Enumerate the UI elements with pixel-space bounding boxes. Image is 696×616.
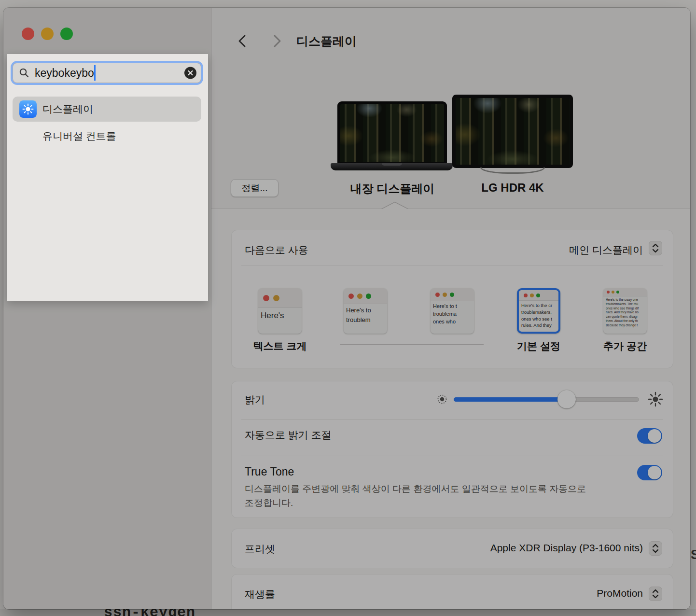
search-input[interactable]: keybokeybo [13,63,201,83]
refresh-rate-popup-button[interactable] [649,587,662,601]
brightness-high-icon [648,392,663,407]
scaling-label-larger-text: 텍스트 크게 [232,339,328,353]
search-field-focus-ring: keybokeybo [11,61,203,85]
preset-value: Apple XDR Display (P3-1600 nits) [490,542,643,554]
search-results-panel: keybokeybo 디스플레이 유니버설 컨트롤 [7,54,208,301]
text-cursor [94,65,96,81]
scaling-label-more-space: 추가 공간 [577,339,673,353]
scaling-option-3[interactable]: Here's to t troublema ones who [431,288,474,334]
search-icon [18,67,30,79]
separator [241,456,663,456]
toggle-knob [648,466,661,479]
search-result-universal-control[interactable]: 유니버설 컨트롤 [42,129,116,143]
display-settings-icon [19,100,37,118]
back-button[interactable] [237,34,248,48]
mini-window-text: Here's to t troublema ones who [431,301,474,327]
popover-notch [381,201,408,209]
mini-window-text: Here's to the cr troublemakers. ones who… [519,301,558,330]
mini-traffic-red [607,291,610,294]
true-tone-toggle[interactable] [637,465,662,480]
updown-chevrons-icon [651,588,660,599]
toggle-knob [648,429,661,443]
brightness-slider[interactable] [454,397,639,402]
arrange-button[interactable]: 정렬... [231,179,278,197]
brightness-label: 밝기 [245,393,265,406]
updown-chevrons-icon [651,243,660,253]
mini-traffic-yellow [357,294,362,299]
scaling-option-default[interactable]: Here's to the cr troublemakers. ones who… [517,288,560,334]
brightness-slider-knob[interactable] [557,390,576,408]
brightness-card: 밝기 자동으로 밝기 조절 True Tone 디스플레이를 주변광에 맞 [232,381,673,518]
forward-button[interactable] [272,34,282,48]
mini-window-text: Here's to troublem [344,304,387,326]
laptop-notch [386,101,399,104]
wallpaper-forest [340,104,444,162]
use-as-popup-button[interactable] [649,241,662,255]
mini-traffic-green [366,294,371,299]
mini-traffic-yellow [273,295,279,301]
mini-traffic-red [524,294,528,297]
zoom-window-button[interactable] [60,28,73,40]
mini-traffic-green [536,294,540,297]
scaling-track-line [340,344,484,345]
refresh-rate-value: ProMotion [597,588,643,599]
preset-popup-button[interactable] [649,541,662,556]
arrange-button-label: 정렬... [242,182,268,195]
mini-window-text: Here's to the crazy one troublemakers. T… [603,296,647,329]
external-display-label: LG HDR 4K [440,181,585,195]
scaling-option-larger-text[interactable]: Here's [258,288,302,334]
wallpaper-forest [456,98,570,165]
true-tone-label: True Tone [245,465,294,478]
mini-traffic-red [263,295,269,301]
auto-brightness-toggle[interactable] [637,428,662,444]
true-tone-description: 디스플레이를 주변광에 맞춰 색상이 다른 환경에서도 일관적으로 보이도록 자… [245,482,612,510]
page-title: 디스플레이 [296,33,357,49]
mini-traffic-red [435,293,440,297]
mini-traffic-yellow [530,294,534,297]
search-result-displays[interactable]: 디스플레이 [13,97,201,122]
scaling-option-more-space[interactable]: Here's to the crazy one troublemakers. T… [603,288,647,334]
preset-label: 프리셋 [245,542,275,556]
use-as-card: 다음으로 사용 메인 디스플레이 Here's Here's to troubl… [232,230,673,368]
minimize-window-button[interactable] [41,28,54,40]
builtin-display-thumbnail[interactable] [337,101,447,164]
search-result-label: 디스플레이 [42,102,93,116]
brightness-low-icon [435,392,449,406]
mini-traffic-green [450,293,454,297]
laptop-base [331,163,453,170]
scaling-option-2[interactable]: Here's to troublem [344,288,387,334]
refresh-rate-card: 재생률 ProMotion [232,574,673,609]
brightness-slider-fill [454,397,567,402]
separator [241,266,663,266]
mini-traffic-yellow [612,291,614,294]
use-as-label: 다음으로 사용 [245,243,308,257]
updown-chevrons-icon [651,543,660,554]
refresh-rate-label: 재생률 [245,588,275,601]
search-input-value: keybokeybo [35,67,94,80]
close-window-button[interactable] [22,28,34,40]
auto-brightness-label: 자동으로 밝기 조절 [245,428,332,442]
close-icon [187,70,194,76]
preset-card: 프리셋 Apple XDR Display (P3-1600 nits) [232,529,673,568]
use-as-value: 메인 디스플레이 [569,243,643,257]
mini-window-text: Here's [258,308,302,323]
clear-search-button[interactable] [184,67,196,79]
background-right-letter: S [691,547,696,562]
scaling-label-default: 기본 설정 [490,339,587,353]
mini-traffic-yellow [443,293,447,297]
external-display-thumbnail[interactable] [452,95,573,168]
separator [241,419,663,420]
brightness-sun-icon [22,103,34,115]
mini-traffic-red [348,294,354,299]
mini-traffic-green [616,291,619,294]
